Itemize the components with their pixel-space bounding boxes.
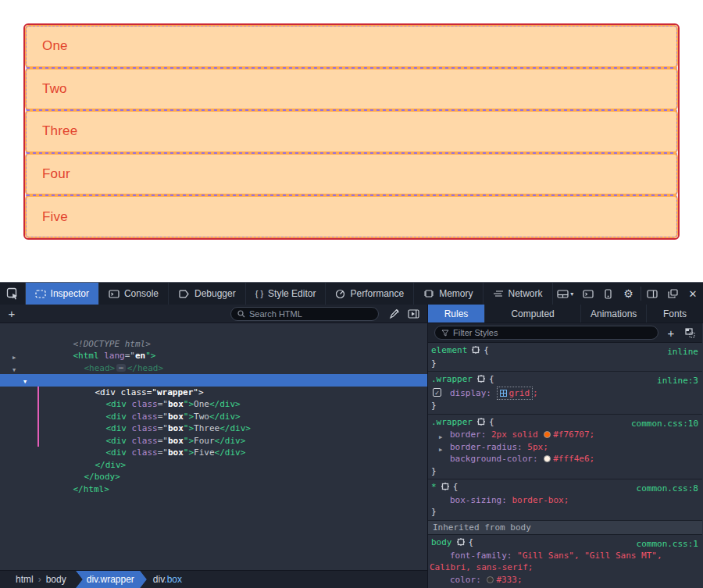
responsive-mode-button[interactable] <box>598 283 619 305</box>
class-panel-icon <box>684 328 695 338</box>
rule-source-link[interactable]: inline <box>667 346 698 358</box>
dock-caret-icon: ▾ <box>570 290 573 298</box>
rule-source-link[interactable]: common.css:1 <box>637 538 698 551</box>
tab-fonts[interactable]: Fonts <box>647 305 703 323</box>
debugger-icon <box>178 290 190 298</box>
color-swatch[interactable] <box>544 455 551 462</box>
breadcrumb-div-wrapper[interactable]: div.wrapper <box>76 571 147 588</box>
prop-color: color: #333; <box>428 574 702 586</box>
tab-console[interactable]: Console <box>99 283 169 305</box>
tab-label: Rules <box>444 308 469 319</box>
network-icon <box>493 290 504 298</box>
node-wrapper-close[interactable]: </div> <box>0 447 427 459</box>
add-node-button[interactable]: + <box>0 305 23 323</box>
selector-highlighter-icon[interactable] <box>441 482 449 494</box>
devtools-main: <!DOCTYPE html> <html lang="en"> ▶<head>… <box>0 323 703 588</box>
plus-icon: + <box>668 326 675 340</box>
dock-mode-button[interactable]: ▾ <box>553 283 579 305</box>
style-editor-icon: { } <box>255 289 263 298</box>
sidebar-tabs: Rules Computed Animations Fonts <box>428 305 703 323</box>
node-body-open[interactable]: ▼<body> <box>0 362 427 375</box>
sidebar-toggle-button[interactable] <box>642 283 662 305</box>
screenshot-root: One Two Three Four Five <box>0 0 703 588</box>
node-doctype[interactable]: <!DOCTYPE html> <box>0 326 427 338</box>
selector-wrapper[interactable]: .wrapper <box>431 417 473 427</box>
inherited-from-body-header: Inherited from body <box>428 521 702 536</box>
selector-highlighter-icon[interactable] <box>477 374 485 387</box>
tab-inspector[interactable]: Inspector <box>26 283 99 305</box>
frame-select-icon <box>408 309 419 319</box>
tab-memory[interactable]: Memory <box>414 283 483 305</box>
color-swatch[interactable] <box>487 576 494 583</box>
node-wrapper-open-selected[interactable]: ▼<div class="wrapper"> <box>0 374 427 387</box>
selector-highlighter-icon[interactable] <box>472 345 480 358</box>
grid-box-four: Four <box>25 153 678 196</box>
node-box-three[interactable]: <div class="box">Three</div> <box>0 411 427 423</box>
node-html-open[interactable]: <html lang="en"> <box>0 338 427 351</box>
gear-icon: ⚙ <box>623 288 633 299</box>
grid-highlighter-toggle[interactable]: grid <box>497 387 533 401</box>
prop-border: ▶ border: 2px solid #f76707; <box>428 429 702 441</box>
node-head[interactable]: ▶<head>⋯</head> <box>0 350 427 362</box>
split-console-icon <box>583 290 594 298</box>
filter-funnel-icon <box>441 330 449 337</box>
grid-box-one: One <box>25 25 678 68</box>
rule-close-brace: } <box>428 400 702 412</box>
grid-box-five: Five <box>25 195 678 238</box>
dock-icon <box>557 290 569 298</box>
rule-universal: *{ common.css:8 box-sizing: border-box; … <box>428 479 702 521</box>
selector-highlighter-icon[interactable] <box>477 417 485 429</box>
selector-element[interactable]: element <box>431 345 467 355</box>
rules-panel: Filter Styles + e <box>428 323 702 588</box>
selector-wrapper[interactable]: .wrapper <box>431 374 473 384</box>
node-body-close[interactable]: </body> <box>0 459 427 472</box>
tab-label: Inspector <box>51 288 89 299</box>
tab-label: Network <box>509 288 543 299</box>
filter-styles-input[interactable]: Filter Styles <box>434 326 658 340</box>
prop-enable-checkbox[interactable]: ✓ <box>433 388 441 397</box>
box-label: Four <box>42 166 70 182</box>
console-icon <box>109 290 120 298</box>
prop-font-family: font-family: "Gill Sans", "Gill Sans MT"… <box>428 550 702 574</box>
tab-computed[interactable]: Computed <box>485 305 581 323</box>
node-box-five[interactable]: <div class="box">Five</div> <box>0 435 427 447</box>
prop-display-grid: ✓ display: grid; <box>428 387 702 401</box>
tab-label: Animations <box>591 308 637 319</box>
frame-select-button[interactable] <box>404 309 423 319</box>
tab-label: Computed <box>511 308 554 319</box>
pseudo-class-panel-button[interactable] <box>680 328 699 338</box>
search-html-input[interactable]: Search HTML <box>230 307 379 321</box>
selector-highlighter-icon[interactable] <box>457 537 465 550</box>
tab-rules[interactable]: Rules <box>428 305 485 323</box>
tab-animations[interactable]: Animations <box>581 305 647 323</box>
node-box-two[interactable]: <div class="box">Two</div> <box>0 398 427 411</box>
pick-element-button[interactable] <box>0 283 26 305</box>
add-rule-button[interactable]: + <box>662 326 680 340</box>
settings-button[interactable]: ⚙ <box>619 283 639 305</box>
rule-source-link[interactable]: common.css:10 <box>631 418 698 430</box>
close-icon: ✕ <box>689 289 698 299</box>
rule-source-link[interactable]: common.css:8 <box>637 483 698 495</box>
search-icon <box>237 310 245 318</box>
selector-universal[interactable]: * <box>431 482 437 492</box>
eyedropper-button[interactable] <box>385 308 404 319</box>
close-devtools-button[interactable]: ✕ <box>683 283 703 305</box>
selector-body[interactable]: body <box>431 537 452 547</box>
breadcrumb-body[interactable]: body <box>41 574 71 585</box>
tab-performance[interactable]: Performance <box>326 283 414 305</box>
node-box-four[interactable]: <div class="box">Four</div> <box>0 422 427 435</box>
tab-debugger[interactable]: Debugger <box>169 283 246 305</box>
tab-style-editor[interactable]: { } Style Editor <box>246 283 327 305</box>
search-placeholder: Search HTML <box>249 309 302 319</box>
breadcrumb-div-box[interactable]: div.box <box>153 574 182 585</box>
color-swatch[interactable] <box>544 431 551 438</box>
sidebar-toggle-icon <box>647 290 658 298</box>
node-box-one[interactable]: <div class="box">One</div> <box>0 387 427 399</box>
breadcrumb-html[interactable]: html <box>11 574 38 585</box>
split-console-button[interactable] <box>578 283 598 305</box>
node-html-close[interactable]: </html> <box>0 471 427 483</box>
separate-window-button[interactable] <box>662 283 683 305</box>
rule-wrapper-common: .wrapper{ common.css:10 ▶ border: 2px so… <box>428 415 702 480</box>
rule-source-link[interactable]: inline:3 <box>657 375 698 387</box>
tab-network[interactable]: Network <box>484 283 553 305</box>
